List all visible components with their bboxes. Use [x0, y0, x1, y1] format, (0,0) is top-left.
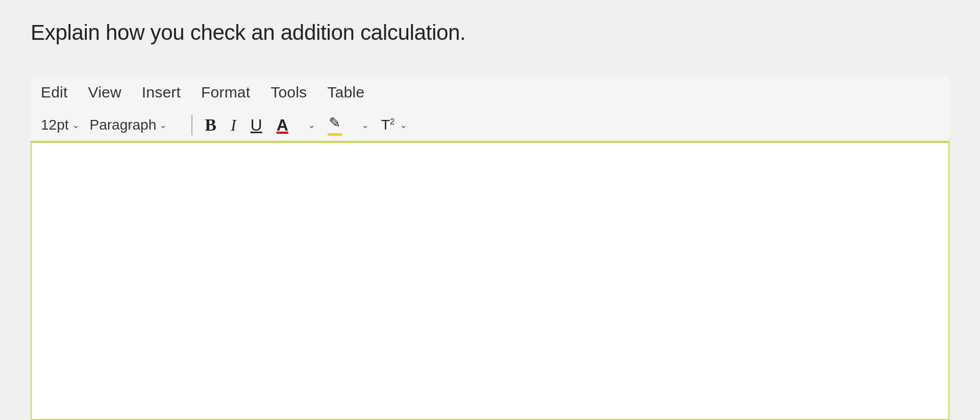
superscript-icon: T2 — [381, 117, 395, 133]
highlight-chevron: ⌄ — [361, 119, 369, 131]
font-size-value: 12pt — [41, 117, 69, 133]
menu-item-format[interactable]: Format — [201, 84, 250, 101]
italic-button[interactable]: I — [231, 116, 236, 135]
highlight-color-bar — [328, 133, 342, 136]
paragraph-chevron: ⌄ — [159, 119, 167, 131]
editor-wrapper: Edit View Insert Format Tools Table 12pt… — [31, 76, 949, 420]
page-container: Explain how you check an addition calcul… — [0, 0, 980, 420]
menu-item-insert[interactable]: Insert — [142, 84, 181, 101]
question-text: Explain how you check an addition calcul… — [31, 20, 949, 45]
superscript-chevron: ⌄ — [400, 119, 407, 131]
bold-button[interactable]: B — [205, 115, 216, 135]
font-color-chevron: ⌄ — [308, 119, 315, 131]
font-size-selector[interactable]: 12pt ⌄ — [41, 117, 80, 133]
menu-item-edit[interactable]: Edit — [41, 84, 68, 101]
menu-item-table[interactable]: Table — [327, 84, 364, 101]
menu-item-view[interactable]: View — [88, 84, 121, 101]
font-size-chevron: ⌄ — [72, 119, 80, 131]
superscript-button[interactable]: T2 ⌄ — [381, 117, 407, 133]
paragraph-style-value: Paragraph — [90, 117, 157, 133]
font-color-label: A — [277, 116, 288, 135]
toolbar-divider — [191, 115, 192, 135]
highlight-icon: ✎ — [329, 114, 340, 131]
font-color-button[interactable]: A ⌄ — [277, 116, 315, 135]
menu-bar: Edit View Insert Format Tools Table — [31, 76, 949, 109]
highlight-button[interactable]: ✎ ⌄ — [328, 114, 369, 136]
menu-item-tools[interactable]: Tools — [271, 84, 307, 101]
toolbar-bar: 12pt ⌄ Paragraph ⌄ B I U — [31, 109, 949, 142]
underline-button[interactable]: U — [251, 116, 262, 135]
paragraph-style-selector[interactable]: Paragraph ⌄ — [90, 117, 167, 133]
text-editor-content[interactable] — [31, 142, 949, 420]
